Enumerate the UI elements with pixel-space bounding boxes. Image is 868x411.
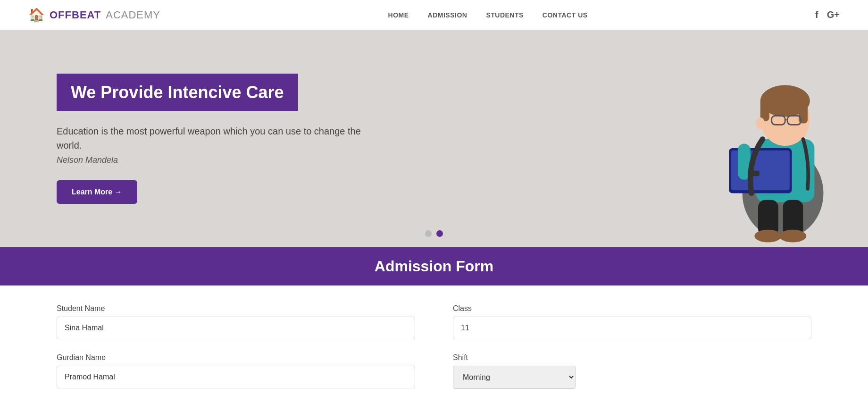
carousel-dots: [425, 230, 443, 237]
student-name-group: Student Name: [57, 304, 415, 339]
nav-students[interactable]: STUDENTS: [486, 11, 523, 19]
brand-logo[interactable]: 🏠 OFFBEAT ACADEMY: [28, 7, 160, 23]
brand-name-light: ACADEMY: [106, 9, 160, 21]
nav-links: HOME ADMISSION STUDENTS CONTACT US: [388, 11, 588, 19]
hero-title: We Provide Intencive Care: [57, 74, 298, 111]
shift-select[interactable]: Morning Afternoon Evening: [453, 366, 576, 389]
student-name-label: Student Name: [57, 304, 415, 313]
nav-home[interactable]: HOME: [388, 11, 409, 19]
navbar: 🏠 OFFBEAT ACADEMY HOME ADMISSION STUDENT…: [0, 0, 868, 30]
shift-group: Shift Morning Afternoon Evening: [453, 353, 811, 389]
svg-point-16: [779, 230, 806, 243]
googleplus-link[interactable]: G+: [827, 9, 840, 20]
svg-point-15: [754, 230, 781, 243]
class-label: Class: [453, 304, 811, 313]
nav-admission[interactable]: ADMISSION: [428, 11, 467, 19]
svg-point-9: [756, 117, 765, 129]
form-section: Admission Form Student Name Class Gurdia…: [0, 247, 868, 411]
student-illustration: [689, 49, 868, 247]
social-links: f G+: [815, 9, 840, 20]
hero-quote: Education is the most powerful weapon wh…: [57, 124, 387, 152]
form-header: Admission Form: [0, 247, 868, 285]
house-icon: 🏠: [28, 7, 45, 23]
class-group: Class: [453, 304, 811, 339]
hero-section: We Provide Intencive Care Education is t…: [0, 30, 868, 247]
svg-rect-4: [760, 99, 769, 121]
hero-author: Nelson Mandela: [57, 155, 387, 165]
guardian-name-input[interactable]: [57, 366, 415, 388]
hero-illustration: [689, 40, 868, 247]
svg-rect-5: [799, 99, 808, 124]
class-input[interactable]: [453, 317, 811, 339]
student-name-input[interactable]: [57, 317, 415, 339]
brand-name-bold: OFFBEAT: [50, 9, 101, 21]
carousel-dot-2[interactable]: [436, 230, 443, 237]
nav-contact-us[interactable]: CONTACT US: [542, 11, 588, 19]
admission-form: Student Name Class Gurdian Name Shift Mo…: [57, 304, 811, 389]
facebook-link[interactable]: f: [815, 9, 818, 20]
learn-more-button[interactable]: Learn More →: [57, 180, 137, 204]
guardian-name-label: Gurdian Name: [57, 353, 415, 362]
hero-content: We Provide Intencive Care Education is t…: [57, 74, 387, 204]
guardian-name-group: Gurdian Name: [57, 353, 415, 389]
carousel-dot-1[interactable]: [425, 230, 432, 237]
shift-label: Shift: [453, 353, 811, 362]
